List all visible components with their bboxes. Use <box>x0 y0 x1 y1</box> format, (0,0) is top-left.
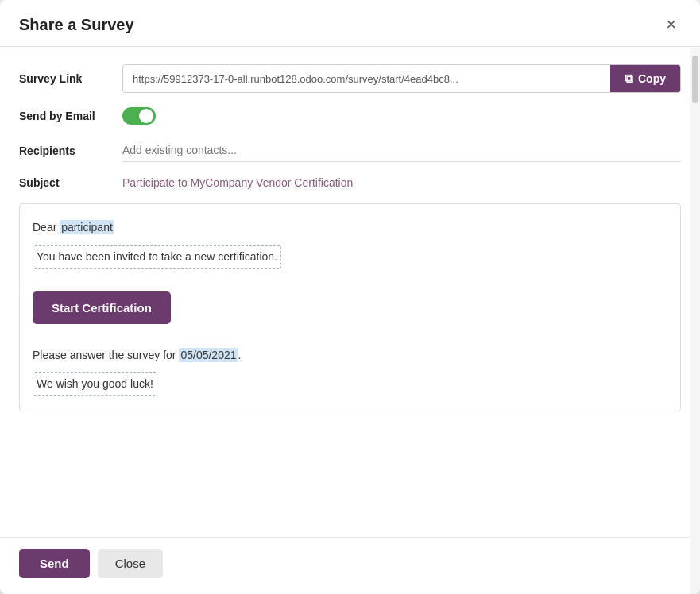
survey-link-input[interactable] <box>123 67 610 91</box>
subject-label: Subject <box>19 176 122 189</box>
good-luck-text: We wish you good luck! <box>33 372 157 396</box>
scrollbar-thumb[interactable] <box>692 56 698 103</box>
dialog-title: Share a Survey <box>19 16 134 34</box>
send-by-email-label: Send by Email <box>19 110 122 122</box>
survey-link-label: Survey Link <box>19 72 122 85</box>
email-body: Dear participant You have been invited t… <box>19 203 681 411</box>
close-footer-button[interactable]: Close <box>98 549 163 578</box>
send-by-email-row: Send by Email <box>19 107 681 125</box>
subject-row: Subject Participate to MyCompany Vendor … <box>19 176 681 189</box>
invite-line-wrap: You have been invited to take a new cert… <box>33 245 667 280</box>
scrollbar-track <box>690 48 700 594</box>
survey-link-input-wrap: ⧉ Copy <box>122 64 681 93</box>
answer-date: 05/05/2021 <box>179 348 238 362</box>
answer-prefix: Please answer the survey for <box>33 349 179 361</box>
good-luck-wrap: We wish you good luck! <box>33 372 667 396</box>
dear-line: Dear participant <box>33 218 667 237</box>
dear-prefix: Dear <box>33 221 60 233</box>
copy-label: Copy <box>638 72 666 85</box>
recipients-label: Recipients <box>19 145 122 157</box>
toggle-switch[interactable] <box>122 107 156 125</box>
start-cert-wrap: Start Certification <box>33 291 667 335</box>
start-certification-button[interactable]: Start Certification <box>33 291 171 324</box>
share-survey-dialog: Share a Survey × Survey Link ⧉ Copy Send… <box>0 0 700 594</box>
copy-icon: ⧉ <box>625 71 633 86</box>
recipients-row: Recipients <box>19 139 681 162</box>
answer-suffix: . <box>238 349 242 361</box>
send-button[interactable]: Send <box>19 549 90 578</box>
dialog-header: Share a Survey × <box>0 0 700 47</box>
recipients-input[interactable] <box>122 139 681 161</box>
recipients-input-wrap <box>122 139 681 162</box>
dialog-footer: Send Close <box>0 537 700 594</box>
copy-button[interactable]: ⧉ Copy <box>610 65 680 92</box>
dear-participant: participant <box>60 220 114 234</box>
send-by-email-toggle[interactable] <box>122 107 156 125</box>
dialog-body: Survey Link ⧉ Copy Send by Email Recipie… <box>0 47 700 537</box>
subject-text: Participate to MyCompany Vendor Certific… <box>122 176 353 189</box>
close-icon[interactable]: × <box>661 14 681 35</box>
invite-text: You have been invited to take a new cert… <box>33 245 281 269</box>
survey-link-row: Survey Link ⧉ Copy <box>19 64 681 93</box>
answer-line: Please answer the survey for 05/05/2021. <box>33 346 667 365</box>
